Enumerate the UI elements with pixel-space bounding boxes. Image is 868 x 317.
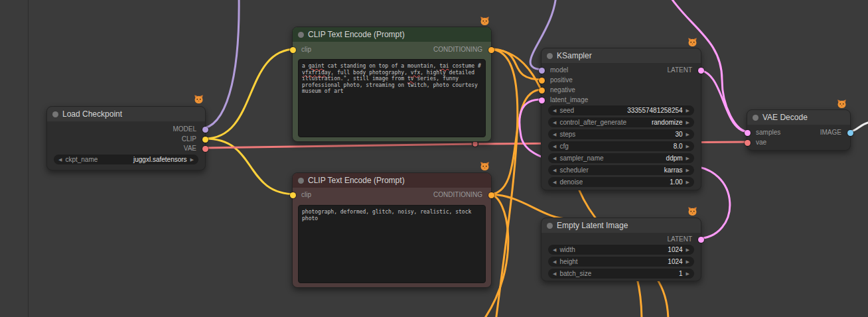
decrement-arrow-icon[interactable]: ◀ (553, 156, 556, 160)
decrement-arrow-icon[interactable]: ◀ (553, 108, 556, 113)
output-dot-conditioning[interactable] (488, 192, 494, 198)
input-slot-samples: samples (747, 128, 780, 137)
collapse-dot[interactable] (298, 32, 304, 38)
widget-cfg[interactable]: ◀ cfg 8.0 ▶ (548, 141, 694, 151)
input-dot-positive[interactable] (539, 78, 545, 84)
widget-sampler-name[interactable]: ◀ sampler_name ddpm ▶ (548, 153, 694, 163)
output-label: MODEL (173, 125, 196, 133)
input-slot-clip: clip (293, 190, 311, 200)
output-label: CONDITIONING (433, 191, 482, 198)
output-label: LATENT (667, 235, 692, 243)
widget-value: 30 (675, 131, 682, 138)
node-clip-text-encode-negative[interactable]: CLIP Text Encode (Prompt) clip CONDITION… (292, 172, 492, 288)
widget-width[interactable]: ◀ width 1024 ▶ (548, 245, 694, 255)
output-dot-image[interactable] (847, 130, 853, 136)
tiger-badge-icon (687, 206, 697, 216)
collapse-dot[interactable] (753, 115, 759, 121)
widget-label: seed (559, 107, 574, 114)
widget-label: control_after_generate (559, 119, 626, 126)
decrement-arrow-icon[interactable]: ◀ (553, 180, 556, 184)
positive-prompt-textarea[interactable]: a gaint cat standing on top of a mountai… (298, 59, 486, 137)
widget-batch-size[interactable]: ◀ batch_size 1 ▶ (548, 269, 694, 279)
decrement-arrow-icon[interactable]: ◀ (553, 271, 556, 276)
decrement-arrow-icon[interactable]: ◀ (553, 168, 556, 172)
input-dot-model[interactable] (539, 68, 545, 74)
input-label: positive (550, 76, 573, 84)
collapse-dot[interactable] (298, 178, 304, 184)
increment-arrow-icon[interactable]: ▶ (686, 259, 689, 264)
increment-arrow-icon[interactable]: ▶ (686, 180, 689, 184)
decrement-arrow-icon[interactable]: ◀ (553, 120, 556, 125)
node-titlebar[interactable]: CLIP Text Encode (Prompt) (293, 27, 491, 42)
widget-steps[interactable]: ◀ steps 30 ▶ (548, 129, 694, 139)
increment-arrow-icon[interactable]: ▶ (686, 271, 689, 276)
increment-arrow-icon[interactable]: ▶ (190, 157, 194, 162)
output-dot-latent[interactable] (698, 237, 704, 243)
input-label: clip (301, 46, 311, 53)
increment-arrow-icon[interactable]: ▶ (686, 247, 689, 252)
widget-scheduler[interactable]: ◀ scheduler karras ▶ (548, 165, 694, 175)
output-slot-vae: VAE (184, 144, 205, 153)
node-titlebar[interactable]: Empty Latent Image (542, 218, 701, 233)
widget-value: 1024 (668, 258, 682, 265)
decrement-arrow-icon[interactable]: ◀ (553, 247, 556, 252)
node-empty-latent-image[interactable]: Empty Latent Image LATENT ◀ width 1024 ▶… (541, 218, 701, 281)
input-dot-latent-image[interactable] (539, 97, 545, 103)
widget-seed[interactable]: ◀ seed 333557481258254 ▶ (548, 105, 694, 115)
node-clip-text-encode-positive[interactable]: CLIP Text Encode (Prompt) clip CONDITION… (292, 27, 492, 142)
decrement-arrow-icon[interactable]: ◀ (58, 157, 62, 162)
widget-control-after-generate[interactable]: ◀ control_after_generate randomize ▶ (548, 117, 694, 127)
node-titlebar[interactable]: CLIP Text Encode (Prompt) (293, 173, 491, 188)
widget-label: scheduler (559, 166, 588, 174)
output-dot-model[interactable] (202, 127, 208, 133)
increment-arrow-icon[interactable]: ▶ (686, 108, 689, 113)
widget-ckpt-name[interactable]: ◀ ckpt_name juggxl.safetensors ▶ (54, 155, 198, 164)
output-dot-clip[interactable] (202, 137, 208, 143)
input-dot-samples[interactable] (745, 130, 751, 136)
decrement-arrow-icon[interactable]: ◀ (553, 132, 556, 137)
widget-value: 1.00 (670, 178, 682, 186)
widget-label: cfg (559, 143, 568, 150)
node-titlebar[interactable]: VAE Decode (747, 110, 850, 125)
output-dot-latent[interactable] (698, 68, 704, 74)
widget-label: batch_size (559, 270, 591, 277)
output-label: CLIP (182, 135, 196, 143)
increment-arrow-icon[interactable]: ▶ (686, 120, 689, 125)
node-load-checkpoint[interactable]: Load Checkpoint MODEL CLIP VAE ◀ ckpt_na… (46, 106, 206, 170)
widget-value: 1024 (668, 246, 682, 253)
input-dot-vae[interactable] (745, 140, 751, 146)
node-titlebar[interactable]: Load Checkpoint (47, 107, 205, 121)
wire-positive-conditioning (489, 49, 542, 80)
widget-label: sampler_name (559, 155, 603, 162)
output-slot-clip: CLIP (182, 135, 205, 144)
widget-denoise[interactable]: ◀ denoise 1.00 ▶ (548, 177, 694, 187)
increment-arrow-icon[interactable]: ▶ (686, 156, 689, 160)
widget-value: 8.0 (674, 143, 683, 150)
input-slot-latent-image: latent_image (542, 95, 588, 105)
node-graph-canvas[interactable]: Load Checkpoint MODEL CLIP VAE ◀ ckpt_na… (0, 0, 868, 317)
decrement-arrow-icon[interactable]: ◀ (553, 259, 556, 264)
widget-height[interactable]: ◀ height 1024 ▶ (548, 257, 694, 267)
node-titlebar[interactable]: KSampler (542, 48, 701, 63)
node-ksampler[interactable]: KSampler model LATENT positive negative … (541, 48, 701, 190)
negative-prompt-textarea[interactable]: photograph, deformed, glitch, noisy, rea… (298, 205, 486, 283)
collapse-dot[interactable] (547, 223, 553, 229)
increment-arrow-icon[interactable]: ▶ (686, 168, 689, 172)
input-dot-negative[interactable] (539, 88, 545, 94)
input-dot-clip[interactable] (290, 192, 296, 198)
input-label: vae (756, 139, 766, 146)
collapse-dot[interactable] (547, 53, 553, 59)
output-dot-conditioning[interactable] (488, 47, 494, 53)
input-dot-clip[interactable] (290, 47, 296, 53)
increment-arrow-icon[interactable]: ▶ (686, 132, 689, 137)
output-dot-vae[interactable] (202, 146, 208, 152)
increment-arrow-icon[interactable]: ▶ (686, 144, 689, 149)
widget-label: width (559, 246, 575, 253)
tiger-badge-icon (687, 37, 697, 47)
collapse-dot[interactable] (52, 111, 58, 117)
decrement-arrow-icon[interactable]: ◀ (553, 144, 556, 149)
node-vae-decode[interactable]: VAE Decode samples IMAGE vae (747, 109, 851, 151)
output-slot-conditioning: CONDITIONING (433, 190, 491, 200)
input-label: latent_image (550, 96, 588, 103)
widget-label: steps (559, 131, 575, 138)
